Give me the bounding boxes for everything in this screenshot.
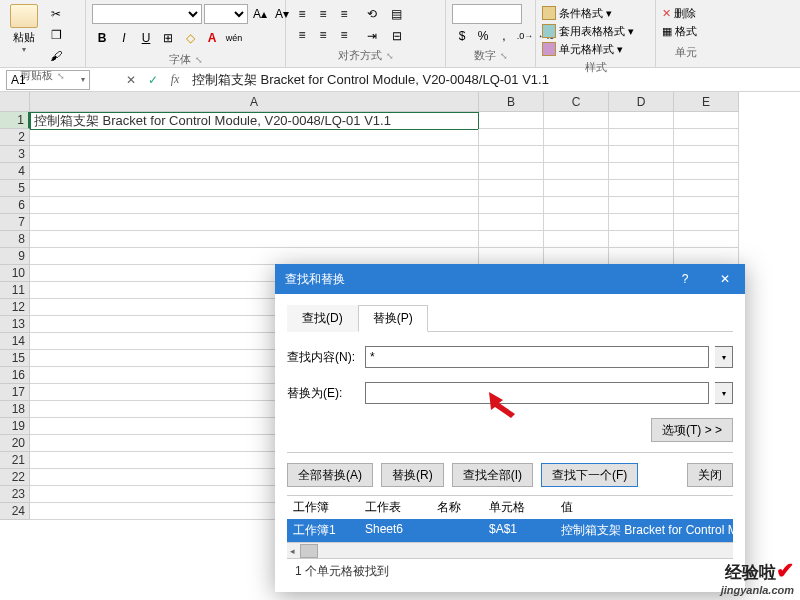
cell[interactable] xyxy=(479,146,544,163)
cell[interactable] xyxy=(30,214,479,231)
increase-font-button[interactable]: A▴ xyxy=(250,4,270,24)
align-middle-button[interactable]: ≡ xyxy=(313,4,333,24)
copy-button[interactable]: ❐ xyxy=(46,25,66,45)
phonetic-button[interactable]: wén xyxy=(224,28,244,48)
formula-input[interactable]: 控制箱支架 Bracket for Control Module, V20-00… xyxy=(186,71,800,89)
cell[interactable] xyxy=(30,231,479,248)
cell[interactable] xyxy=(544,248,609,265)
cell[interactable] xyxy=(479,163,544,180)
cell[interactable] xyxy=(30,163,479,180)
increase-decimal-button[interactable]: .0→ xyxy=(515,26,535,46)
cell[interactable] xyxy=(674,146,739,163)
row-header[interactable]: 5 xyxy=(0,180,30,197)
format-painter-button[interactable]: 🖌 xyxy=(46,46,66,66)
row-header[interactable]: 24 xyxy=(0,503,30,520)
row-header[interactable]: 23 xyxy=(0,486,30,503)
scrollbar-thumb[interactable] xyxy=(300,544,318,558)
find-all-button[interactable]: 查找全部(I) xyxy=(452,463,533,487)
col-value[interactable]: 值 xyxy=(555,496,733,519)
row-header[interactable]: 17 xyxy=(0,384,30,401)
dialog-titlebar[interactable]: 查找和替换 ? ✕ xyxy=(275,264,745,294)
result-scrollbar[interactable]: ◂ xyxy=(287,542,733,558)
cell[interactable] xyxy=(30,146,479,163)
find-next-button[interactable]: 查找下一个(F) xyxy=(541,463,638,487)
cell[interactable] xyxy=(674,112,739,129)
currency-button[interactable]: $ xyxy=(452,26,472,46)
cell[interactable] xyxy=(30,129,479,146)
cell[interactable] xyxy=(544,180,609,197)
cell[interactable] xyxy=(30,197,479,214)
cell[interactable] xyxy=(479,180,544,197)
cell[interactable] xyxy=(609,231,674,248)
border-button[interactable]: ⊞ xyxy=(158,28,178,48)
insert-function-button[interactable]: fx xyxy=(164,69,186,91)
replace-all-button[interactable]: 全部替换(A) xyxy=(287,463,373,487)
row-header[interactable]: 8 xyxy=(0,231,30,248)
row-header[interactable]: 6 xyxy=(0,197,30,214)
confirm-button[interactable]: ✓ xyxy=(142,69,164,91)
row-header[interactable]: 2 xyxy=(0,129,30,146)
merge-button[interactable]: ⊟ xyxy=(390,26,403,46)
cell[interactable] xyxy=(609,112,674,129)
close-button[interactable]: ✕ xyxy=(705,264,745,294)
number-format-select[interactable] xyxy=(452,4,522,24)
row-header[interactable]: 4 xyxy=(0,163,30,180)
bold-button[interactable]: B xyxy=(92,28,112,48)
align-left-button[interactable]: ≡ xyxy=(292,25,312,45)
cell[interactable] xyxy=(544,214,609,231)
cell[interactable] xyxy=(609,146,674,163)
font-color-button[interactable]: A xyxy=(202,28,222,48)
row-header[interactable]: 9 xyxy=(0,248,30,265)
name-box[interactable]: A1 ▾ xyxy=(6,70,90,90)
col-cell[interactable]: 单元格 xyxy=(483,496,555,519)
cell[interactable] xyxy=(479,129,544,146)
cell[interactable] xyxy=(674,248,739,265)
dialog-launcher-icon[interactable]: ⤡ xyxy=(195,55,203,65)
font-family-select[interactable] xyxy=(92,4,202,24)
orientation-button[interactable]: ⟲ xyxy=(362,4,382,24)
cell[interactable] xyxy=(674,163,739,180)
percent-button[interactable]: % xyxy=(473,26,493,46)
row-header[interactable]: 19 xyxy=(0,418,30,435)
font-size-select[interactable] xyxy=(204,4,248,24)
cell[interactable] xyxy=(544,163,609,180)
row-header[interactable]: 15 xyxy=(0,350,30,367)
replace-button[interactable]: 替换(R) xyxy=(381,463,444,487)
align-center-button[interactable]: ≡ xyxy=(313,25,333,45)
row-header[interactable]: 13 xyxy=(0,316,30,333)
delete-button[interactable]: ✕删除 xyxy=(662,4,696,22)
align-bottom-button[interactable]: ≡ xyxy=(334,4,354,24)
tab-replace[interactable]: 替换(P) xyxy=(358,305,428,332)
row-header[interactable]: 18 xyxy=(0,401,30,418)
cell[interactable] xyxy=(544,129,609,146)
paste-button[interactable]: 粘贴 ▾ xyxy=(6,4,42,54)
dialog-launcher-icon[interactable]: ⤡ xyxy=(386,51,394,61)
italic-button[interactable]: I xyxy=(114,28,134,48)
cell[interactable] xyxy=(609,248,674,265)
cell-a1[interactable]: 控制箱支架 Bracket for Control Module, V20-00… xyxy=(30,112,479,130)
row-header[interactable]: 16 xyxy=(0,367,30,384)
cell[interactable] xyxy=(674,180,739,197)
fill-color-button[interactable]: ◇ xyxy=(180,28,200,48)
row-header[interactable]: 7 xyxy=(0,214,30,231)
column-header[interactable]: B xyxy=(479,92,544,112)
cell[interactable] xyxy=(609,163,674,180)
cell[interactable] xyxy=(609,214,674,231)
help-button[interactable]: ? xyxy=(673,264,697,294)
cell[interactable] xyxy=(479,248,544,265)
cell[interactable] xyxy=(544,197,609,214)
cell[interactable] xyxy=(609,180,674,197)
wrap-text-button[interactable]: ▤ xyxy=(390,4,403,24)
align-right-button[interactable]: ≡ xyxy=(334,25,354,45)
cell[interactable] xyxy=(479,231,544,248)
format-as-table-button[interactable]: 套用表格格式 ▾ xyxy=(542,22,634,40)
column-header[interactable]: D xyxy=(609,92,674,112)
col-workbook[interactable]: 工作簿 xyxy=(287,496,359,519)
row-header[interactable]: 22 xyxy=(0,469,30,486)
row-header[interactable]: 10 xyxy=(0,265,30,282)
cell[interactable] xyxy=(674,129,739,146)
replace-dropdown-button[interactable]: ▾ xyxy=(715,382,733,404)
cell[interactable] xyxy=(609,129,674,146)
cell[interactable] xyxy=(544,231,609,248)
cell[interactable] xyxy=(544,146,609,163)
